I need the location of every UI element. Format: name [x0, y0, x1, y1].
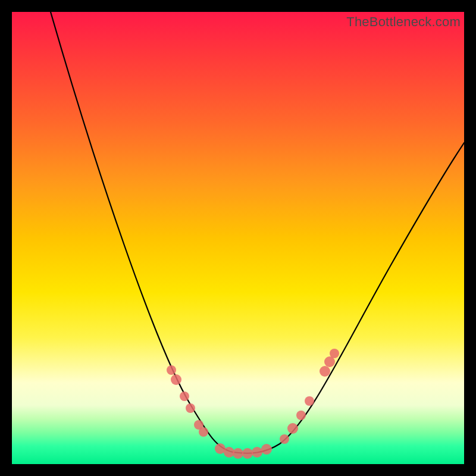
data-marker: [280, 434, 289, 444]
data-marker: [261, 444, 272, 455]
data-marker: [305, 396, 314, 406]
plot-area: TheBottleneck.com: [12, 12, 464, 464]
data-marker: [186, 403, 195, 413]
data-marker: [242, 448, 253, 459]
curve-svg: [12, 12, 464, 464]
markers-right: [280, 349, 339, 444]
markers-left: [167, 365, 208, 437]
data-marker: [252, 447, 262, 458]
data-marker: [180, 392, 189, 401]
data-marker: [330, 349, 339, 358]
data-marker: [171, 374, 181, 385]
data-marker: [199, 427, 208, 437]
data-marker: [296, 411, 306, 420]
data-marker: [287, 423, 298, 434]
data-marker: [320, 366, 330, 377]
data-marker: [167, 365, 176, 375]
bottleneck-curve: [51, 12, 464, 453]
data-marker: [233, 448, 243, 459]
chart-frame: TheBottleneck.com: [0, 0, 476, 476]
markers-bottom: [215, 443, 272, 459]
